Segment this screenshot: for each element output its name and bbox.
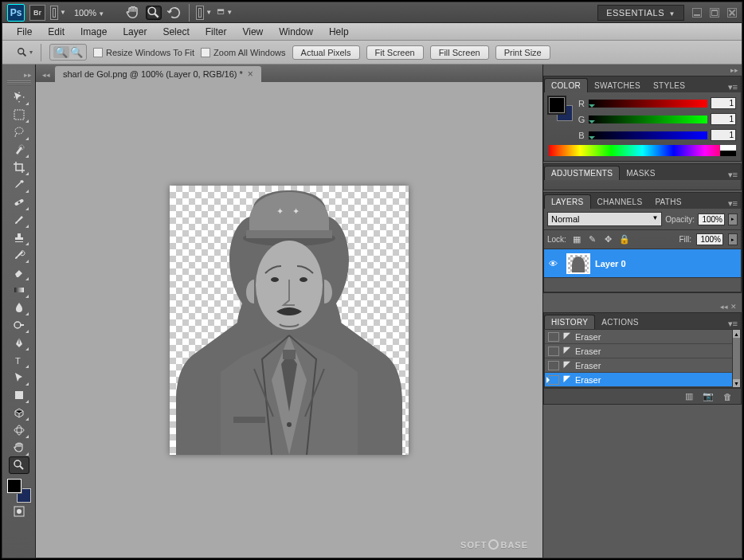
type-tool[interactable]: T — [9, 351, 29, 369]
tab-color[interactable]: COLOR — [544, 78, 588, 92]
shape-tool[interactable] — [9, 386, 29, 404]
hand-tool[interactable] — [9, 439, 29, 456]
tab-channels[interactable]: CHANNELS — [591, 195, 649, 209]
tab-history[interactable]: HISTORY — [544, 315, 595, 329]
fill-screen-button[interactable]: Fill Screen — [430, 45, 489, 60]
healing-tool[interactable] — [9, 194, 29, 211]
color-spectrum[interactable] — [549, 145, 736, 156]
menu-view[interactable]: View — [242, 26, 263, 37]
zoom-tool[interactable] — [9, 456, 29, 474]
canvas[interactable]: ✦ ✦ — [170, 186, 409, 455]
eraser-tool[interactable] — [9, 264, 29, 281]
pen-tool[interactable] — [9, 334, 29, 351]
eyedropper-tool[interactable] — [9, 176, 29, 194]
lasso-tool[interactable] — [9, 123, 29, 141]
tab-paths[interactable]: PATHS — [648, 195, 687, 209]
zoom-all-windows-checkbox[interactable]: Zoom All Windows — [201, 48, 285, 57]
blur-tool[interactable] — [9, 299, 29, 316]
opacity-stepper[interactable]: ▸ — [728, 213, 738, 225]
toolbox-collapse-icon[interactable]: ▸▸ — [22, 69, 33, 80]
menu-image[interactable]: Image — [80, 26, 107, 37]
quick-select-tool[interactable] — [9, 141, 29, 159]
fill-stepper[interactable]: ▸ — [728, 233, 738, 245]
layer-name[interactable]: Layer 0 — [595, 259, 626, 268]
marquee-tool[interactable] — [9, 106, 29, 123]
panels-collapse-icon[interactable]: ▸▸ — [543, 65, 742, 76]
close-button[interactable] — [727, 8, 737, 18]
path-select-tool[interactable] — [9, 369, 29, 386]
lock-pixels-icon[interactable]: ✎ — [587, 234, 598, 245]
menu-help[interactable]: Help — [329, 26, 349, 37]
zoom-mode-toggle[interactable]: 🔍 🔍 — [49, 44, 87, 61]
workspace-switcher[interactable]: ESSENTIALS ▼ — [597, 5, 684, 21]
toolbox-grip[interactable] — [7, 80, 31, 85]
new-snapshot-icon[interactable]: 📷 — [703, 392, 714, 401]
tab-actions[interactable]: ACTIONS — [595, 315, 645, 329]
visibility-icon[interactable]: 👁 — [544, 259, 562, 268]
r-slider[interactable]: R — [578, 97, 736, 109]
lock-all-icon[interactable]: 🔒 — [619, 234, 630, 245]
new-document-from-state-icon[interactable]: ▥ — [683, 392, 695, 401]
zoom-in-icon[interactable]: 🔍 — [53, 46, 69, 58]
lock-transparency-icon[interactable]: ▦ — [571, 234, 582, 245]
r-value[interactable] — [711, 97, 736, 109]
history-brush-tool[interactable] — [9, 246, 29, 264]
hand-tool-shortcut-icon[interactable] — [125, 6, 141, 20]
history-scrollbar[interactable]: ▲▼ — [732, 330, 740, 387]
panel-menu-icon[interactable]: ▾≡ — [725, 170, 741, 180]
blend-mode-select[interactable]: Normal▼ — [547, 212, 662, 226]
tabbar-collapse-icon[interactable]: ◂◂ — [42, 71, 55, 82]
move-tool[interactable] — [9, 88, 29, 106]
photoshop-logo[interactable]: Ps — [7, 4, 25, 22]
rotate-view-shortcut-icon[interactable] — [166, 6, 182, 20]
history-item[interactable]: ◢Eraser — [545, 358, 740, 373]
3d-camera-tool[interactable] — [9, 421, 29, 439]
layer-thumbnail[interactable] — [566, 253, 590, 274]
layer-row[interactable]: 👁 Layer 0 — [544, 249, 741, 278]
menu-select[interactable]: Select — [163, 26, 189, 37]
maximize-button[interactable] — [710, 8, 719, 18]
close-tab-icon[interactable]: × — [248, 69, 253, 80]
foreground-color[interactable] — [7, 479, 22, 493]
resize-windows-checkbox[interactable]: Resize Windows To Fit — [93, 48, 194, 57]
tab-styles[interactable]: STYLES — [647, 79, 691, 92]
actual-pixels-button[interactable]: Actual Pixels — [292, 45, 360, 60]
tab-adjustments[interactable]: ADJUSTMENTS — [544, 166, 620, 180]
quick-mask-toggle[interactable] — [9, 503, 29, 520]
screen-mode-icon[interactable]: ▼ — [217, 6, 233, 20]
menu-edit[interactable]: Edit — [48, 26, 65, 37]
crop-tool[interactable] — [9, 159, 29, 176]
arrange-docs-icon[interactable]: ▼ — [196, 6, 212, 20]
minimize-button[interactable] — [692, 8, 702, 18]
color-panel-swatch[interactable] — [549, 97, 573, 121]
bridge-icon[interactable]: Br — [29, 5, 45, 21]
arrange-documents-icon[interactable]: ▼ — [50, 6, 66, 20]
fit-screen-button[interactable]: Fit Screen — [366, 45, 424, 60]
color-swatches[interactable] — [7, 479, 31, 503]
stamp-tool[interactable] — [9, 229, 29, 246]
tool-preset-icon[interactable]: ▾ — [17, 45, 33, 60]
brush-tool[interactable] — [9, 211, 29, 229]
fill-value[interactable]: 100% — [696, 233, 723, 245]
delete-state-icon[interactable]: 🗑 — [722, 392, 733, 401]
3d-tool[interactable] — [9, 404, 29, 421]
document-tab[interactable]: sharl de Gol.png @ 100% (Layer 0, RGB/16… — [55, 66, 261, 82]
g-slider[interactable]: G — [578, 113, 736, 125]
menu-filter[interactable]: Filter — [206, 26, 227, 37]
menu-file[interactable]: File — [17, 26, 32, 37]
menu-layer[interactable]: Layer — [123, 26, 147, 37]
panel-menu-icon[interactable]: ▾≡ — [725, 198, 741, 209]
history-item-current[interactable]: ◢Eraser — [545, 373, 740, 387]
print-size-button[interactable]: Print Size — [495, 45, 550, 60]
history-item[interactable]: ◢Eraser — [545, 344, 740, 358]
g-value[interactable] — [711, 113, 736, 125]
panel-menu-icon[interactable]: ▾≡ — [725, 319, 741, 329]
lock-position-icon[interactable]: ✥ — [603, 234, 614, 245]
panel-menu-icon[interactable]: ▾≡ — [725, 82, 741, 92]
tab-swatches[interactable]: SWATCHES — [588, 79, 647, 92]
gradient-tool[interactable] — [9, 281, 29, 299]
zoom-level[interactable]: 100%▼ — [71, 8, 108, 18]
b-value[interactable] — [711, 129, 736, 141]
b-slider[interactable]: B — [578, 129, 736, 141]
opacity-value[interactable]: 100% — [698, 213, 725, 225]
